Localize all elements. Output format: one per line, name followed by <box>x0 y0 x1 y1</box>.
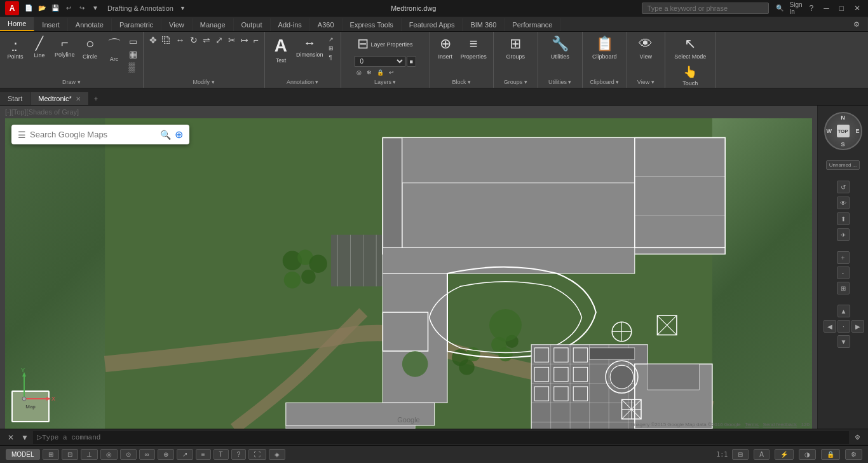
hatch-tool[interactable]: ▦ <box>127 48 139 60</box>
workspace-dropdown[interactable]: ▼ <box>180 5 186 11</box>
pan-down-tool[interactable]: ▼ <box>837 335 850 348</box>
pan-left-tool[interactable]: ◀ <box>824 320 836 333</box>
tab-view[interactable]: View <box>161 18 193 31</box>
command-options-btn[interactable]: ⚙ <box>851 432 863 443</box>
pan-up-tool[interactable]: ▲ <box>837 305 850 317</box>
medtronic-tab-close[interactable]: ✕ <box>76 95 81 102</box>
scale-tool[interactable]: ⤢ <box>214 34 225 46</box>
fillet-tool[interactable]: ⌐ <box>252 34 261 46</box>
polar-btn[interactable]: ◎ <box>100 449 118 460</box>
look-tool[interactable]: 👁 <box>837 197 850 209</box>
clear-command-btn[interactable]: ✕ <box>5 432 17 443</box>
tab-performance[interactable]: Performance <box>505 18 560 31</box>
command-input-field[interactable] <box>42 434 845 441</box>
canvas-area[interactable]: ☰ 🔍 ⊕ Map Google Imagery ©2015 Google Ma… <box>0 106 817 429</box>
open-file-btn[interactable]: 📂 <box>36 3 48 14</box>
pan-right-tool[interactable]: ▶ <box>851 320 864 333</box>
keyword-search-input[interactable] <box>642 3 769 14</box>
redo-btn[interactable]: ↪ <box>76 3 88 14</box>
am-btn[interactable]: ◈ <box>269 449 285 460</box>
mirror-tool[interactable]: ⇌ <box>201 34 212 46</box>
maps-search-input[interactable] <box>30 130 156 139</box>
search-icon[interactable]: 🔍 <box>774 3 785 14</box>
sc-btn[interactable]: ⛶ <box>248 449 266 460</box>
polyline-tool[interactable]: ⌐ Polyline <box>52 34 78 59</box>
mtext-tool[interactable]: ¶ <box>327 53 336 61</box>
tab-insert[interactable]: Insert <box>34 18 68 31</box>
tab-parametric[interactable]: Parametric <box>112 18 161 31</box>
undo-btn[interactable]: ↩ <box>63 3 74 14</box>
dyn-btn[interactable]: ↗ <box>177 449 193 460</box>
properties-tool[interactable]: ≡ Properties <box>458 34 489 61</box>
ui-lock-btn[interactable]: 🔒 <box>821 449 840 460</box>
close-btn[interactable]: ✕ <box>851 4 863 13</box>
tab-addins[interactable]: Add-ins <box>271 18 310 31</box>
tab-manage[interactable]: Manage <box>193 18 234 31</box>
stretch-tool[interactable]: ↔ <box>174 34 187 46</box>
pan-center-tool[interactable]: · <box>837 320 850 333</box>
snap-btn[interactable]: ⊡ <box>62 449 78 460</box>
layer-properties-tool[interactable]: ⊟ Layer Properties <box>355 34 416 53</box>
maps-search-button[interactable]: 🔍 <box>160 130 171 140</box>
qp-btn[interactable]: ? <box>231 449 247 460</box>
command-history-btn[interactable]: ▼ <box>19 432 31 443</box>
clipboard-tool[interactable]: 📋 Clipboard <box>590 34 620 61</box>
utilities-tool[interactable]: 🔧 Utilities <box>548 34 572 61</box>
rotate-tool[interactable]: ↻ <box>188 34 200 46</box>
zoom-extents-tool[interactable]: ⊞ <box>837 282 850 294</box>
model-tab-btn[interactable]: MODEL <box>6 449 40 460</box>
insert-tool[interactable]: ⊕ Insert <box>434 34 457 61</box>
new-tab-btn[interactable]: + <box>89 92 103 105</box>
new-file-btn[interactable]: 📄 <box>23 3 34 14</box>
maps-directions-icon[interactable]: ⊕ <box>175 128 183 141</box>
line-tool[interactable]: ╱ Line <box>28 34 51 60</box>
ortho-btn[interactable]: ⊥ <box>81 449 98 460</box>
layer-previous-btn[interactable]: ↩ <box>387 69 396 76</box>
terms-link[interactable]: Terms <box>745 422 759 427</box>
orbit-tool[interactable]: ↺ <box>837 181 850 193</box>
gradient-tool[interactable]: ▒ <box>127 61 139 73</box>
sign-in-btn[interactable]: Sign In <box>790 3 802 14</box>
app-logo[interactable]: A <box>5 1 19 15</box>
view-cube[interactable]: N S E W TOP <box>824 112 862 150</box>
hardware-accel-btn[interactable]: ⚡ <box>775 449 794 460</box>
tab-extra[interactable]: ⚙ <box>846 18 868 31</box>
touch-tool[interactable]: 👆 Touch <box>679 64 702 88</box>
view-tool[interactable]: 👁 View <box>634 34 657 61</box>
table-tool[interactable]: ⊞ <box>327 45 336 52</box>
layer-lock-btn[interactable]: 🔒 <box>375 69 386 76</box>
tab-home[interactable]: Home <box>0 17 34 31</box>
circle-tool[interactable]: ○ Circle <box>79 34 102 61</box>
compass-center-label[interactable]: TOP <box>837 125 850 137</box>
workspace-switch-btn[interactable]: ⊟ <box>732 449 749 460</box>
annotations-btn[interactable]: A <box>754 449 770 460</box>
zoom-in-tool[interactable]: + <box>837 251 850 264</box>
walk-tool[interactable]: ⬆ <box>837 212 850 225</box>
select-mode-tool[interactable]: ↖ Select Mode <box>672 34 709 61</box>
extend-tool[interactable]: ↦ <box>239 34 250 46</box>
send-feedback-link[interactable]: Send feedback <box>763 422 797 427</box>
dimension-tool[interactable]: ↔ Dimension <box>294 34 326 59</box>
maximize-btn[interactable]: □ <box>837 4 846 13</box>
unnamed-view-box[interactable]: Unnamed ... <box>826 160 860 170</box>
move-tool[interactable]: ✥ <box>147 34 159 46</box>
zoom-out-tool[interactable]: - <box>837 266 850 279</box>
layer-freeze-btn[interactable]: ❄ <box>365 69 374 76</box>
doc-tab-start[interactable]: Start <box>0 92 31 105</box>
rectangle-tool[interactable]: ▭ <box>127 36 139 47</box>
settings-btn[interactable]: ⚙ <box>845 449 862 460</box>
copy-tool[interactable]: ⿻ <box>160 34 173 46</box>
tab-a360[interactable]: A360 <box>310 18 342 31</box>
text-tool[interactable]: A Text <box>269 34 292 65</box>
qa-dropdown-btn[interactable]: ▼ <box>90 3 101 14</box>
trim-tool[interactable]: ✂ <box>226 34 238 46</box>
tab-bim360[interactable]: BIM 360 <box>463 18 505 31</box>
otrack-btn[interactable]: ∞ <box>139 449 155 460</box>
leader-tool[interactable]: ↗ <box>327 36 336 43</box>
save-btn[interactable]: 💾 <box>50 3 61 14</box>
osnap-btn[interactable]: ⊙ <box>120 449 137 460</box>
layer-iso-btn[interactable]: ◎ <box>355 69 363 76</box>
minimize-btn[interactable]: ─ <box>821 4 832 13</box>
command-input-area[interactable]: ▷ <box>33 431 849 444</box>
help-btn[interactable]: ? <box>807 4 817 13</box>
